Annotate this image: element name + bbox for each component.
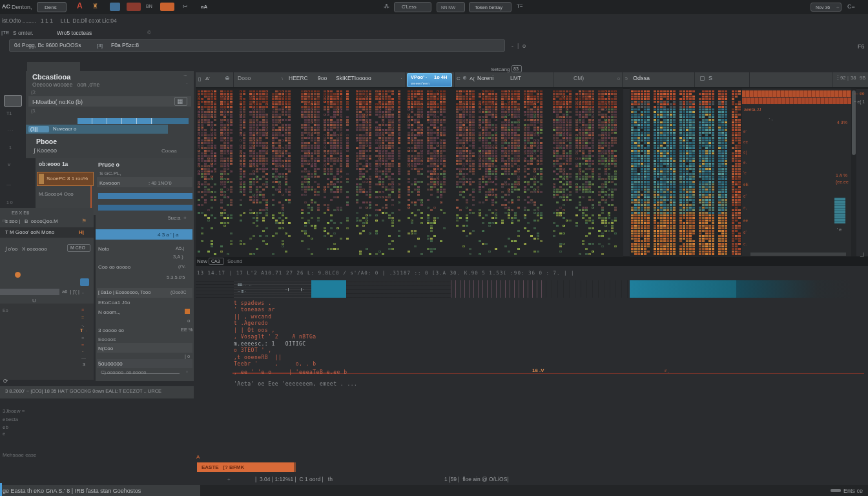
hdr-plus[interactable]: ⊕ — [462, 75, 467, 81]
rail-icon-dash: — — [6, 182, 11, 187]
blue-btn-val[interactable]: 1o 4H — [434, 75, 447, 81]
hdr-i1[interactable]: ▯ — [198, 76, 201, 82]
rp-red-val: (ee.ee — [836, 180, 849, 185]
panel-title: Cbcastiooa — [32, 73, 70, 81]
track-tab-new[interactable]: New — [197, 258, 207, 264]
nn-button-label[interactable]: NN NW — [441, 5, 455, 10]
panel-collapse[interactable]: ~ — [183, 72, 187, 79]
edge-red-mark: — ee — [854, 91, 865, 96]
rp-red-val: 4 3% — [837, 120, 847, 125]
rp-glyph: eE — [743, 182, 749, 187]
letters-icon[interactable]: aA — [201, 4, 207, 10]
rail-icon-v[interactable]: v — [8, 161, 10, 167]
left-refresh-icon[interactable]: ⟳ — [3, 378, 8, 384]
f6-icon[interactable]: F6 — [858, 43, 865, 50]
o-mark[interactable]: o — [522, 43, 526, 49]
popup-right-header: Pruse o — [98, 161, 119, 168]
settings-label[interactable]: Setcang — [491, 67, 510, 72]
search-value[interactable]: 04 Pogg, Bc 9600 PuOOSs — [14, 43, 81, 49]
orange-item-label[interactable]: SooePC 8 1 roo% — [46, 176, 88, 181]
scissors-icon[interactable]: ✂ — [183, 3, 188, 10]
faint-text: ebesta — [3, 417, 18, 422]
field-value[interactable]: I-Moatbo( no:Ko (b) — [32, 99, 83, 105]
prop-ncoo[interactable]: N(Coo — [98, 346, 113, 351]
list-icon[interactable]: T≡ — [517, 3, 523, 9]
pipe-mark: | — [517, 43, 519, 49]
menu-item[interactable]: Denton, — [12, 4, 32, 10]
minimap-mark: ≡ — [81, 336, 84, 341]
hdr-t2: 9oo — [318, 76, 327, 82]
tool-icon[interactable]: ♜ — [92, 3, 98, 10]
prop-noto[interactable]: Noto — [98, 246, 109, 252]
hdr-i2: Δ' — [205, 76, 210, 81]
popup-row1[interactable]: Kovooon — [99, 180, 120, 186]
edge-gray-mark: ~ e( 1 — [854, 99, 865, 104]
prop-eoo[interactable]: [ 0a1o | Eooooooo, Tooo — [98, 290, 150, 296]
hdr-dot[interactable]: · — [400, 75, 402, 81]
ll-row-i[interactable]: ∫ o'oo X ooooooo — [5, 246, 47, 252]
badge-label[interactable]: BN — [146, 4, 152, 9]
popup-item2[interactable]: M.Soooo4 Ooo — [39, 191, 74, 197]
stepper-div[interactable]: ÷ — [836, 5, 839, 10]
kansas-row[interactable]: ∫ Kooeoo — [34, 147, 57, 154]
tab-wro5[interactable]: Wro5 toccteas — [57, 30, 92, 37]
prop-last-box: ▫ — [186, 369, 188, 375]
prop-last[interactable]: C) oooooo oo.ooooo — [101, 370, 146, 376]
app-window: ACDenton,DensA♜BN✂aA⁂C'LessNN NWToken be… — [0, 0, 868, 496]
ll-highlight-label[interactable]: T M Gooo' ooN Mono — [5, 229, 54, 235]
console-marker: 16 .V — [532, 367, 544, 373]
console-line: || , wvcand — [234, 314, 271, 320]
console-line: 'Aeta' oe Eee 'eeeeeeem, emeet . ... — [234, 381, 357, 387]
rp-mark: · , — [769, 116, 772, 121]
hdr-square-icon[interactable]: ▢ — [699, 75, 705, 81]
progress-mark: A — [196, 454, 200, 460]
theme-button-label[interactable]: C'Less — [402, 5, 417, 10]
hdr-n3: 9B — [860, 76, 865, 81]
devices-button-label[interactable]: Dens — [45, 5, 57, 10]
rp-glyph: e' — [743, 230, 747, 234]
prop-roo-val: EE % — [181, 327, 193, 333]
progress-button-label[interactable]: EASTE [? BFMK — [202, 464, 244, 470]
hdr-s-icon[interactable]: S — [708, 75, 712, 81]
ll-chip-label[interactable]: M CEO — [70, 245, 85, 251]
ll-bar-text: a6 | )'( | , — [62, 289, 83, 295]
app-logo: AC — [2, 3, 10, 10]
selected-row-label[interactable]: Nuveacr o — [53, 126, 76, 132]
bottom-bar-right[interactable]: Ents ce — [843, 488, 863, 494]
blue-btn-line2: weeen'een — [411, 81, 429, 86]
zoom-stepper-label[interactable]: Nov 36 — [816, 5, 830, 10]
grid-icon[interactable]: ▦ — [177, 98, 183, 105]
clear-link[interactable]: Cooaa — [161, 148, 177, 154]
token-button-label[interactable]: Token betray — [475, 5, 502, 11]
hdr-c[interactable]: C — [457, 76, 460, 81]
paw-icon[interactable]: ⁂ — [384, 3, 389, 10]
prop-coo-val: (/'v. — [178, 264, 185, 270]
minus-mark[interactable]: - — [512, 43, 513, 49]
prop-nooom[interactable]: N ooom.., — [98, 309, 121, 315]
small-f2: (3. — [31, 108, 36, 114]
console-line: t spadews . — [234, 300, 271, 306]
hdr-i3[interactable]: ⊕ — [225, 75, 230, 81]
ll-row-b[interactable]: s soo | B ooooQoo.M — [5, 218, 58, 224]
track-tab-sound[interactable]: Sound — [227, 258, 242, 264]
run-icon[interactable]: A — [77, 2, 83, 11]
blue-btn-line1[interactable]: VPoo' · — [411, 75, 428, 81]
colors-panel-title: Odssa — [633, 75, 650, 81]
rp-red-val: 1 A % — [836, 173, 847, 178]
hdr-n1: 92 — [840, 76, 845, 81]
rp-glyph: ee — [743, 140, 748, 144]
search-scope: F0a P5zc:8 — [111, 43, 139, 49]
tab-somter[interactable]: S omter. — [13, 30, 34, 37]
hdr-lmt: LMT — [510, 76, 521, 82]
console-tick: +'. — [664, 369, 668, 374]
prop-v3: 5.3.5.0'5 — [167, 275, 185, 281]
console-line: , Vosaglt ' 2 A nBTGa — [234, 334, 316, 340]
prop-coo[interactable]: Coo oo ooooo — [98, 264, 130, 270]
eject-icon[interactable]: C= — [847, 3, 855, 10]
track-speck: · | — [285, 287, 289, 292]
track-tab-ca3[interactable]: CA3 — [211, 259, 220, 264]
prop-roo[interactable]: 3 ooooo oo — [98, 327, 124, 333]
selected-chip-label: (1||| — [30, 127, 38, 132]
minimap-mark: = — [81, 315, 84, 320]
hdr-slash: \ — [282, 76, 283, 81]
